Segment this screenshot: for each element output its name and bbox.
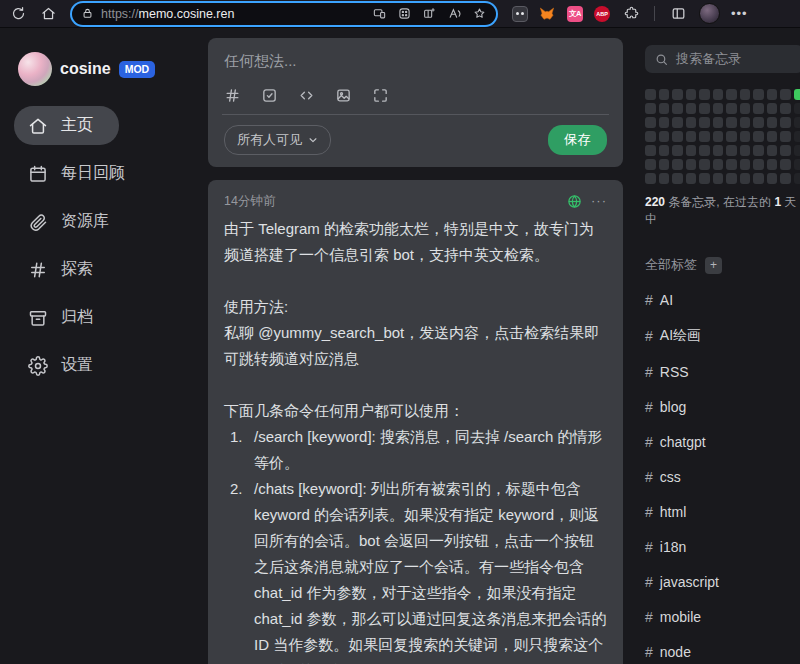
heatmap-cell[interactable] — [753, 89, 764, 100]
heatmap-cell[interactable] — [794, 117, 800, 128]
visibility-select[interactable]: 所有人可见 — [224, 125, 331, 155]
heatmap-cell[interactable] — [740, 131, 751, 142]
heatmap-cell[interactable] — [686, 159, 697, 170]
heatmap-cell[interactable] — [726, 145, 737, 156]
heatmap-cell[interactable] — [767, 89, 778, 100]
browser-menu-icon[interactable]: ••• — [731, 7, 748, 20]
heatmap-cell[interactable] — [740, 117, 751, 128]
heatmap-cell[interactable] — [686, 131, 697, 142]
heatmap-cell[interactable] — [672, 173, 683, 184]
heatmap-cell[interactable] — [686, 89, 697, 100]
heatmap-cell[interactable] — [659, 103, 670, 114]
translate-extension-icon[interactable]: 文A — [567, 6, 583, 22]
heatmap-cell[interactable] — [767, 131, 778, 142]
heatmap-cell[interactable] — [699, 173, 710, 184]
code-icon[interactable] — [298, 87, 315, 104]
image-icon[interactable] — [335, 87, 352, 104]
heatmap-cell[interactable] — [726, 103, 737, 114]
sidebar-item-explore[interactable]: 探索 — [14, 250, 196, 289]
heatmap-cell[interactable] — [699, 159, 710, 170]
editor-input[interactable]: 任何想法... — [224, 52, 607, 71]
tag-item[interactable]: #AI绘画 — [645, 317, 800, 354]
lock-icon[interactable] — [82, 8, 93, 19]
heatmap-cell[interactable] — [753, 131, 764, 142]
tag-item[interactable]: #blog — [645, 389, 800, 424]
heatmap-cell[interactable] — [767, 159, 778, 170]
heatmap-cell[interactable] — [672, 159, 683, 170]
heatmap-cell[interactable] — [794, 173, 800, 184]
heatmap-cell[interactable] — [767, 103, 778, 114]
heatmap-cell[interactable] — [645, 173, 656, 184]
adblock-extension-icon[interactable]: ABP — [594, 6, 610, 22]
heatmap-cell[interactable] — [767, 145, 778, 156]
tag-icon[interactable] — [224, 87, 241, 104]
workspaces-icon[interactable] — [398, 7, 411, 20]
heatmap-cell[interactable] — [767, 173, 778, 184]
heatmap-cell[interactable] — [780, 131, 791, 142]
search-input[interactable]: 搜索备忘录 — [645, 45, 800, 73]
activity-heatmap[interactable] — [645, 89, 800, 184]
tag-item[interactable]: #RSS — [645, 354, 800, 389]
tag-item[interactable]: #html — [645, 494, 800, 529]
tag-item[interactable]: #AI — [645, 282, 800, 317]
heatmap-cell[interactable] — [659, 145, 670, 156]
tag-item[interactable]: #node — [645, 634, 800, 664]
heatmap-cell[interactable] — [699, 89, 710, 100]
heatmap-cell[interactable] — [726, 159, 737, 170]
heatmap-cell[interactable] — [753, 159, 764, 170]
task-checkbox-icon[interactable] — [261, 87, 278, 104]
memo-more-icon[interactable]: ··· — [591, 198, 607, 205]
heatmap-cell[interactable] — [740, 159, 751, 170]
heatmap-cell[interactable] — [794, 103, 800, 114]
bookmark-star-icon[interactable] — [473, 7, 486, 20]
heatmap-cell[interactable] — [659, 117, 670, 128]
heatmap-cell[interactable] — [713, 173, 724, 184]
heatmap-cell[interactable] — [780, 89, 791, 100]
heatmap-cell[interactable] — [794, 145, 800, 156]
heatmap-cell[interactable] — [726, 89, 737, 100]
heatmap-cell[interactable] — [794, 159, 800, 170]
heatmap-cell[interactable] — [645, 131, 656, 142]
heatmap-cell[interactable] — [645, 89, 656, 100]
heatmap-cell[interactable] — [686, 103, 697, 114]
tag-item[interactable]: #mobile — [645, 599, 800, 634]
heatmap-cell[interactable] — [713, 131, 724, 142]
heatmap-cell[interactable] — [645, 159, 656, 170]
sidebar-toggle-icon[interactable] — [668, 4, 688, 24]
extension-icon[interactable] — [512, 6, 528, 22]
sidebar-item-settings[interactable]: 设置 — [14, 346, 196, 385]
heatmap-cell[interactable] — [780, 103, 791, 114]
split-view-icon[interactable] — [423, 7, 436, 20]
heatmap-cell[interactable] — [740, 89, 751, 100]
puzzle-extensions-icon[interactable] — [621, 4, 641, 24]
heatmap-cell[interactable] — [672, 103, 683, 114]
heatmap-cell[interactable] — [780, 159, 791, 170]
heatmap-cell[interactable] — [767, 117, 778, 128]
heatmap-cell[interactable] — [645, 145, 656, 156]
heatmap-cell[interactable] — [659, 89, 670, 100]
heatmap-cell[interactable] — [645, 103, 656, 114]
sidebar-item-daily-review[interactable]: 每日回顾 — [14, 154, 196, 193]
user-avatar[interactable] — [18, 52, 52, 86]
heatmap-cell[interactable] — [753, 145, 764, 156]
heatmap-cell[interactable] — [699, 103, 710, 114]
sidebar-item-home[interactable]: 主页 — [14, 106, 119, 145]
tag-item[interactable]: #javascript — [645, 564, 800, 599]
public-globe-icon[interactable] — [567, 194, 582, 209]
heatmap-cell[interactable] — [699, 145, 710, 156]
url-bar[interactable]: https://memo.cosine.ren — [72, 3, 496, 25]
save-button[interactable]: 保存 — [548, 125, 607, 155]
heatmap-cell[interactable] — [659, 131, 670, 142]
memo-editor[interactable]: 任何想法... 所有人可见 保存 — [208, 38, 623, 167]
heatmap-cell[interactable] — [780, 145, 791, 156]
heatmap-cell[interactable] — [672, 145, 683, 156]
reader-mode-icon[interactable] — [448, 7, 461, 20]
url-text[interactable]: https://memo.cosine.ren — [101, 7, 365, 21]
heatmap-cell[interactable] — [794, 89, 800, 100]
heatmap-cell[interactable] — [753, 103, 764, 114]
heatmap-cell[interactable] — [713, 103, 724, 114]
heatmap-cell[interactable] — [753, 117, 764, 128]
metamask-icon[interactable] — [539, 6, 556, 22]
heatmap-cell[interactable] — [726, 117, 737, 128]
heatmap-cell[interactable] — [794, 131, 800, 142]
